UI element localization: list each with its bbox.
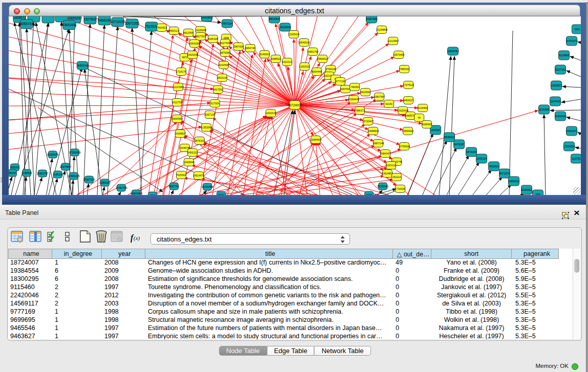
svg-text:9327508: 9327508 — [220, 41, 230, 45]
svg-text:(x): (x) — [134, 235, 140, 242]
svg-text:8660123: 8660123 — [169, 29, 179, 32]
svg-text:8186328: 8186328 — [208, 37, 218, 40]
svg-text:10756928: 10756928 — [399, 145, 410, 148]
svg-text:8471676: 8471676 — [499, 172, 510, 175]
svg-text:17359939: 17359939 — [69, 151, 80, 154]
svg-text:935061: 935061 — [10, 166, 19, 169]
svg-text:6497508: 6497508 — [340, 87, 351, 91]
svg-text:10719155: 10719155 — [111, 20, 125, 24]
svg-text:1733426: 1733426 — [395, 187, 405, 190]
svg-text:5878332: 5878332 — [194, 139, 205, 142]
svg-text:15136141: 15136141 — [377, 185, 388, 188]
svg-text:16848784: 16848784 — [447, 50, 459, 53]
svg-text:1145194: 1145194 — [53, 173, 63, 176]
svg-text:13226058: 13226058 — [195, 29, 206, 32]
svg-text:16210643: 16210643 — [554, 115, 566, 118]
svg-text:12213382: 12213382 — [172, 85, 184, 89]
svg-text:44: 44 — [418, 116, 421, 119]
svg-text:17957223: 17957223 — [83, 178, 95, 181]
svg-text:19166827: 19166827 — [175, 132, 186, 135]
svg-text:17975115: 17975115 — [403, 83, 414, 86]
svg-text:13325419: 13325419 — [288, 33, 299, 36]
svg-text:16409948: 16409948 — [183, 161, 194, 164]
svg-text:6479197: 6479197 — [454, 143, 464, 146]
svg-text:13524851: 13524851 — [382, 172, 393, 175]
svg-text:3267130: 3267130 — [205, 113, 215, 116]
svg-text:10025438: 10025438 — [397, 109, 408, 112]
svg-text:20691406: 20691406 — [62, 23, 77, 27]
svg-text:10543382: 10543382 — [189, 42, 200, 45]
svg-text:10958157: 10958157 — [99, 181, 111, 184]
svg-text:10154808: 10154808 — [376, 28, 387, 31]
svg-text:15720407: 15720407 — [362, 120, 374, 123]
svg-text:9827500: 9827500 — [195, 35, 206, 38]
svg-text:3875685: 3875685 — [220, 51, 230, 54]
svg-text:9474444: 9474444 — [466, 150, 476, 154]
svg-text:1362615: 1362615 — [299, 65, 310, 68]
svg-text:3624554: 3624554 — [360, 91, 371, 94]
svg-text:18640910: 18640910 — [298, 41, 310, 44]
svg-text:20364436: 20364436 — [348, 98, 359, 101]
svg-text:7485063: 7485063 — [399, 68, 409, 71]
svg-text:12353594: 12353594 — [201, 126, 212, 129]
svg-text:18724007: 18724007 — [288, 103, 302, 107]
svg-text:39154: 39154 — [9, 171, 16, 174]
svg-text:9084067: 9084067 — [380, 152, 390, 155]
svg-text:10973493: 10973493 — [393, 53, 404, 56]
svg-text:9245052: 9245052 — [521, 188, 532, 191]
svg-text:15751074: 15751074 — [565, 39, 577, 42]
svg-text:13716485: 13716485 — [201, 185, 213, 188]
svg-text:16961758: 16961758 — [307, 50, 318, 53]
svg-text:62160: 62160 — [385, 102, 393, 105]
svg-text:9924: 9924 — [218, 193, 224, 195]
svg-text:164095: 164095 — [431, 128, 440, 132]
svg-text:9463627: 9463627 — [403, 99, 413, 102]
svg-text:2935114: 2935114 — [476, 157, 487, 160]
svg-text:1527602: 1527602 — [83, 17, 97, 21]
svg-text:9115460: 9115460 — [418, 106, 427, 110]
svg-text:20206576: 20206576 — [47, 153, 58, 156]
svg-text:9777169: 9777169 — [335, 80, 345, 83]
svg-text:6466160: 6466160 — [98, 18, 111, 22]
svg-text:10975867: 10975867 — [59, 165, 71, 168]
svg-text:19654983: 19654983 — [171, 117, 183, 120]
svg-text:17016534: 17016534 — [563, 145, 575, 148]
svg-text:18807249: 18807249 — [373, 142, 384, 145]
svg-text:9242848: 9242848 — [219, 63, 229, 67]
svg-text:2718176: 2718176 — [176, 70, 186, 73]
svg-text:8938923: 8938923 — [444, 136, 454, 139]
svg-text:2803144: 2803144 — [217, 76, 227, 79]
svg-text:10807487: 10807487 — [374, 95, 385, 98]
svg-text:617006: 617006 — [211, 102, 220, 105]
svg-text:19218506: 19218506 — [279, 26, 291, 29]
svg-text:7632621: 7632621 — [489, 165, 499, 168]
svg-text:4055724: 4055724 — [20, 22, 33, 26]
svg-text:1615132: 1615132 — [386, 164, 396, 167]
svg-text:1610755: 1610755 — [172, 101, 182, 104]
svg-text:3215958: 3215958 — [539, 108, 549, 111]
svg-text:9427552: 9427552 — [213, 88, 223, 91]
svg-text:6099695: 6099695 — [422, 123, 432, 126]
svg-text:1588520: 1588520 — [271, 57, 281, 60]
svg-text:1244415: 1244415 — [550, 100, 560, 103]
svg-text:15692971: 15692971 — [565, 129, 577, 133]
svg-text:13302033: 13302033 — [265, 112, 276, 115]
svg-text:6322013: 6322013 — [282, 60, 292, 63]
svg-text:12505135: 12505135 — [68, 174, 79, 178]
svg-text:116753: 116753 — [572, 157, 581, 160]
svg-text:10653267: 10653267 — [68, 16, 82, 20]
svg-text:12093872: 12093872 — [550, 84, 562, 87]
svg-text:5493222: 5493222 — [187, 151, 198, 154]
svg-text:9227342: 9227342 — [555, 68, 565, 71]
svg-text:19654923: 19654923 — [402, 129, 413, 133]
svg-text:1112: 1112 — [575, 28, 580, 31]
svg-text:8912954: 8912954 — [183, 31, 193, 34]
svg-text:10654112: 10654112 — [508, 180, 520, 183]
svg-text:9904448: 9904448 — [312, 70, 322, 73]
svg-text:23420046: 23420046 — [187, 53, 198, 56]
svg-text:1944: 1944 — [366, 193, 372, 195]
svg-text:6794028: 6794028 — [325, 68, 336, 71]
svg-text:746266: 746266 — [351, 85, 359, 89]
svg-text:29053346: 29053346 — [76, 64, 88, 67]
svg-text:20387682: 20387682 — [365, 17, 377, 20]
